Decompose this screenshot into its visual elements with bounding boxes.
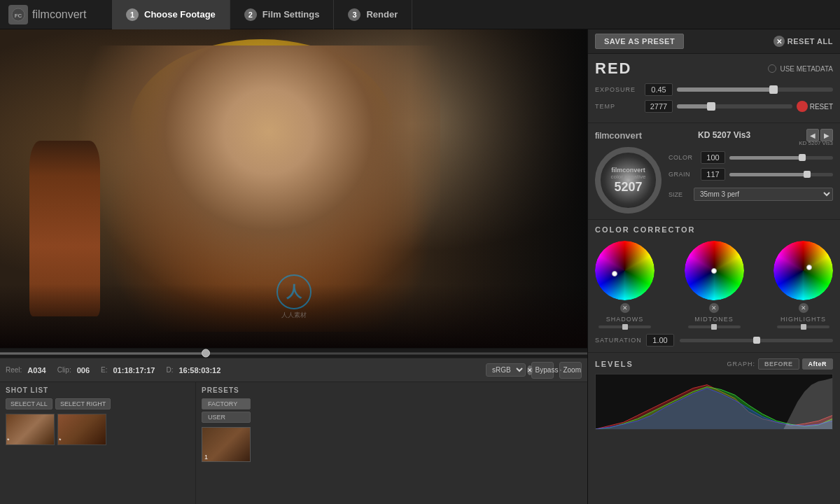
thumb-img-2 (58, 414, 106, 444)
shadows-dot[interactable] (612, 271, 617, 276)
temp-input[interactable] (645, 100, 673, 113)
color-space-select[interactable]: sRGB (486, 363, 526, 377)
exposure-input[interactable] (645, 83, 673, 96)
presets-title: PRESETS (202, 386, 251, 394)
zoom-icon (560, 366, 561, 374)
shadows-wheel[interactable] (595, 241, 654, 300)
midtones-slider[interactable] (688, 326, 741, 328)
size-select[interactable]: 35mm 3 perf (694, 188, 833, 201)
main-layout: 人 人人素材 Reel: A034 Clip: 006 E: 01:18:17:… (0, 29, 840, 504)
zoom-label: Zoom (563, 366, 581, 374)
temp-slider[interactable] (677, 104, 792, 108)
color-wheels-row: ✕ SHADOWS ✕ MIDTONES (595, 241, 833, 328)
video-area[interactable]: 人 人人素材 (0, 29, 587, 348)
grain-slider[interactable] (729, 173, 833, 176)
watermark-circle: 人 (276, 274, 312, 309)
shot-list-title: SHOT LIST (6, 386, 190, 394)
exposure-row: EXPOSURE (595, 83, 833, 96)
shadows-slider[interactable] (598, 326, 651, 328)
highlights-slider[interactable] (777, 326, 830, 328)
shot-list-panel: SHOT LIST SELECT ALL SELECT RIGHT * * (0, 382, 196, 504)
highlights-overlay (774, 241, 833, 300)
midtones-slider-handle[interactable] (711, 324, 717, 330)
tab-render[interactable]: 3 Render (334, 0, 412, 29)
after-button[interactable]: AfteR (802, 358, 834, 370)
midtones-label: MIDTONES (694, 316, 733, 323)
factory-button[interactable]: FACTORY (202, 398, 251, 410)
shadows-slider-handle[interactable] (622, 324, 628, 330)
clip-label: Clip: (57, 366, 71, 374)
color-input[interactable] (701, 151, 725, 164)
grain-fill (729, 173, 807, 176)
highlights-reset-button[interactable]: ✕ (799, 303, 808, 313)
grain-input[interactable] (701, 168, 725, 181)
bypass-button[interactable]: ✕ Bypass (531, 362, 554, 379)
highlights-slider-handle[interactable] (801, 324, 806, 330)
fc-film-label-overlay: KD 5207 Vis3 (799, 140, 833, 146)
zoom-button[interactable]: Zoom (559, 362, 582, 379)
shot-thumb-1[interactable]: * (6, 414, 55, 445)
before-button[interactable]: BEFORE (758, 358, 799, 370)
user-button[interactable]: USER (202, 412, 251, 423)
svg-point-2 (560, 369, 561, 370)
select-all-button[interactable]: SELECT ALL (6, 398, 52, 410)
shadows-wheel-inner (595, 241, 654, 300)
fc-brand2: convert (609, 130, 642, 141)
reset-all-button[interactable]: ✕ RESET ALL (774, 36, 833, 47)
grain-label: GRAIN (668, 171, 696, 178)
metadata-radio[interactable] (768, 64, 776, 73)
saturation-input[interactable] (646, 334, 674, 346)
levels-title: LEVELS (595, 360, 634, 368)
svg-text:FC: FC (15, 13, 22, 19)
shadows-overlay (595, 241, 654, 300)
preset-num: 1 (204, 454, 208, 461)
presets-panel: PRESETS FACTORY USER 1 (196, 382, 256, 504)
color-row: COLOR (668, 151, 833, 164)
scrubber-handle[interactable] (202, 349, 210, 358)
exposure-fill (677, 88, 774, 92)
saturation-slider[interactable] (680, 339, 833, 342)
red-section: RED USE METADATA EXPOSURE TEMP (588, 54, 840, 123)
select-right-button[interactable]: SELECT RIGHT (55, 398, 111, 410)
highlights-wheel[interactable] (774, 241, 833, 300)
tab-film-settings[interactable]: 2 Film Settings (230, 0, 335, 29)
reset-red-icon (797, 101, 808, 112)
shadows-label: SHADOWS (606, 316, 644, 323)
reset-red-label: RESET (810, 103, 833, 111)
exposure-handle[interactable] (769, 85, 778, 94)
reset-red-button[interactable]: RESET (797, 101, 833, 112)
save-preset-button[interactable]: SAVE AS PRESET (595, 34, 684, 49)
thumb-star-1: * (7, 437, 10, 444)
tab-choose-footage[interactable]: 1 Choose Footage (112, 0, 230, 29)
levels-section: LEVELS GRAPH: BEFORE AfteR (588, 353, 840, 504)
tab1-label: Choose Footage (144, 9, 216, 20)
highlights-wheel-inner (774, 241, 833, 300)
shadows-reset-button[interactable]: ✕ (620, 303, 630, 313)
midtones-dot[interactable] (711, 268, 717, 274)
app-icon: FC (8, 5, 28, 24)
filmconvert-section: filmconvert KD 5207 Vis3 ◀ ▶ filmconvert… (588, 123, 840, 220)
temp-handle[interactable] (707, 102, 715, 111)
midtones-wheel[interactable] (685, 241, 744, 300)
grain-handle[interactable] (804, 171, 811, 178)
color-fill (729, 156, 802, 160)
highlights-dot[interactable] (806, 265, 812, 270)
preset-thumbnail[interactable]: 1 (202, 427, 251, 462)
use-metadata[interactable]: USE METADATA (768, 64, 833, 73)
color-handle[interactable] (799, 154, 806, 161)
exposure-slider[interactable] (677, 88, 833, 92)
tab3-label: Render (366, 9, 398, 20)
svg-line-3 (561, 370, 562, 371)
exposure-label: EXPOSURE (595, 86, 640, 93)
midtones-reset-button[interactable]: ✕ (709, 303, 719, 313)
graph-label: GRAPH: (727, 360, 755, 368)
film-wheel[interactable]: filmconvert color negative 5207 (595, 147, 662, 214)
fc-logo: filmconvert (595, 130, 642, 141)
shot-thumb-2[interactable]: * (57, 414, 106, 445)
scrubber-bar[interactable] (0, 348, 587, 358)
saturation-handle[interactable] (753, 337, 760, 344)
scrubber-fill (0, 352, 206, 354)
color-slider[interactable] (729, 156, 833, 160)
bottom-panels: SHOT LIST SELECT ALL SELECT RIGHT * * (0, 382, 587, 504)
scrubber-track[interactable] (0, 352, 587, 354)
